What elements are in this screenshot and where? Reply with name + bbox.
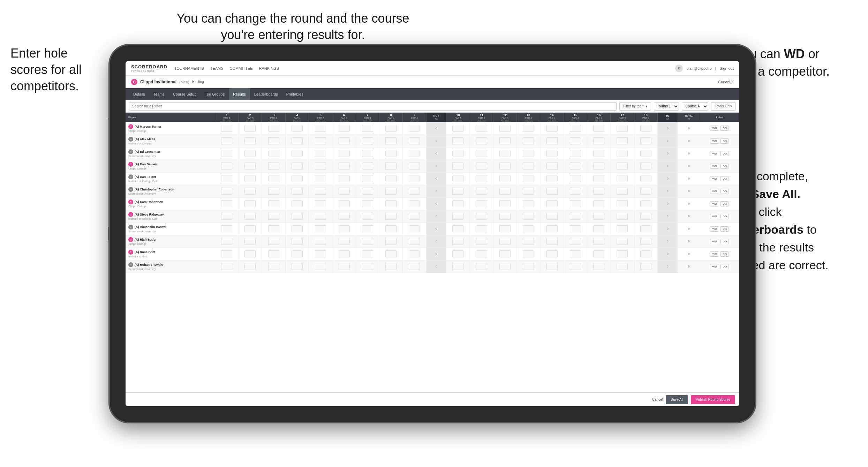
score-input-h12-p7[interactable] xyxy=(499,213,511,220)
score-input-h2-p2[interactable] xyxy=(244,150,256,157)
score-input-h11-p11[interactable] xyxy=(476,263,487,270)
score-input-h14-p10[interactable] xyxy=(546,250,558,257)
score-hole-10-player-4[interactable] xyxy=(446,172,470,185)
score-hole-3-player-7[interactable] xyxy=(262,210,285,223)
score-hole-11-player-7[interactable] xyxy=(470,210,493,223)
dq-button-player-8[interactable]: DQ xyxy=(720,226,729,232)
score-input-h14-p6[interactable] xyxy=(546,200,558,207)
dq-button-player-9[interactable]: DQ xyxy=(720,239,729,244)
score-input-h2-p9[interactable] xyxy=(244,238,256,245)
score-input-h5-p6[interactable] xyxy=(315,200,326,207)
score-hole-17-player-3[interactable] xyxy=(611,160,634,172)
score-input-h14-p4[interactable] xyxy=(546,175,558,182)
score-input-h15-p4[interactable] xyxy=(570,175,581,182)
score-input-h2-p10[interactable] xyxy=(244,250,256,257)
score-hole-7-player-11[interactable] xyxy=(356,260,379,273)
score-input-h1-p5[interactable] xyxy=(221,188,232,195)
score-hole-12-player-10[interactable] xyxy=(493,248,516,260)
score-hole-16-player-10[interactable] xyxy=(587,248,611,260)
score-hole-16-player-5[interactable] xyxy=(587,185,611,197)
score-input-h17-p7[interactable] xyxy=(617,213,628,220)
score-hole-12-player-9[interactable] xyxy=(493,235,516,248)
score-hole-6-player-9[interactable] xyxy=(332,235,356,248)
score-hole-14-player-10[interactable] xyxy=(540,248,564,260)
score-hole-8-player-9[interactable] xyxy=(379,235,402,248)
score-input-h4-p5[interactable] xyxy=(292,188,303,195)
score-hole-2-player-10[interactable] xyxy=(239,248,262,260)
score-hole-7-player-10[interactable] xyxy=(356,248,379,260)
score-input-h6-p5[interactable] xyxy=(339,188,350,195)
score-input-h3-p4[interactable] xyxy=(268,175,279,182)
score-input-h3-p3[interactable] xyxy=(268,163,279,170)
score-input-h8-p2[interactable] xyxy=(385,150,397,157)
score-input-h7-p0[interactable] xyxy=(362,125,373,132)
score-hole-18-player-4[interactable] xyxy=(634,172,657,185)
score-hole-13-player-8[interactable] xyxy=(517,223,540,235)
dq-button-player-4[interactable]: DQ xyxy=(720,176,729,181)
score-hole-13-player-6[interactable] xyxy=(517,197,540,210)
score-hole-3-player-10[interactable] xyxy=(262,248,285,260)
score-input-h18-p9[interactable] xyxy=(640,238,651,245)
score-hole-3-player-11[interactable] xyxy=(262,260,285,273)
score-input-h6-p7[interactable] xyxy=(339,213,350,220)
score-input-h11-p1[interactable] xyxy=(476,137,487,144)
score-hole-17-player-7[interactable] xyxy=(611,210,634,223)
score-input-h9-p0[interactable] xyxy=(409,125,420,132)
score-hole-8-player-1[interactable] xyxy=(379,135,402,147)
score-input-h18-p10[interactable] xyxy=(640,250,651,257)
score-input-h3-p2[interactable] xyxy=(268,150,279,157)
score-input-h12-p2[interactable] xyxy=(499,150,511,157)
score-hole-1-player-9[interactable] xyxy=(215,235,238,248)
score-input-h11-p8[interactable] xyxy=(476,225,487,232)
score-hole-15-player-0[interactable] xyxy=(564,122,587,135)
score-input-h1-p0[interactable] xyxy=(221,125,232,132)
score-hole-6-player-1[interactable] xyxy=(332,135,356,147)
score-input-h4-p10[interactable] xyxy=(292,250,303,257)
score-input-h6-p0[interactable] xyxy=(339,125,350,132)
score-hole-11-player-0[interactable] xyxy=(470,122,493,135)
score-hole-15-player-11[interactable] xyxy=(564,260,587,273)
score-hole-5-player-7[interactable] xyxy=(309,210,332,223)
score-hole-14-player-1[interactable] xyxy=(540,135,564,147)
score-hole-13-player-5[interactable] xyxy=(517,185,540,197)
score-input-h17-p8[interactable] xyxy=(617,225,628,232)
score-input-h2-p7[interactable] xyxy=(244,213,256,220)
score-hole-15-player-10[interactable] xyxy=(564,248,587,260)
score-hole-14-player-11[interactable] xyxy=(540,260,564,273)
totals-only-button[interactable]: Totals Only xyxy=(711,102,736,111)
score-hole-1-player-1[interactable] xyxy=(215,135,238,147)
score-input-h2-p0[interactable] xyxy=(244,125,256,132)
score-input-h14-p11[interactable] xyxy=(546,263,558,270)
score-hole-11-player-6[interactable] xyxy=(470,197,493,210)
score-input-h4-p3[interactable] xyxy=(292,163,303,170)
score-input-h16-p5[interactable] xyxy=(593,188,604,195)
score-hole-3-player-4[interactable] xyxy=(262,172,285,185)
score-hole-4-player-5[interactable] xyxy=(285,185,309,197)
score-hole-17-player-2[interactable] xyxy=(611,147,634,160)
score-input-h9-p1[interactable] xyxy=(409,137,420,144)
score-input-h12-p4[interactable] xyxy=(499,175,511,182)
score-hole-17-player-8[interactable] xyxy=(611,223,634,235)
score-input-h2-p5[interactable] xyxy=(244,188,256,195)
nav-committee[interactable]: COMMITTEE xyxy=(230,66,253,70)
score-input-h6-p11[interactable] xyxy=(339,263,350,270)
score-input-h18-p2[interactable] xyxy=(640,150,651,157)
score-hole-6-player-5[interactable] xyxy=(332,185,356,197)
score-hole-8-player-3[interactable] xyxy=(379,160,402,172)
score-input-h13-p4[interactable] xyxy=(523,175,534,182)
score-hole-5-player-2[interactable] xyxy=(309,147,332,160)
score-input-h13-p6[interactable] xyxy=(523,200,534,207)
score-input-h15-p11[interactable] xyxy=(570,263,581,270)
score-hole-7-player-5[interactable] xyxy=(356,185,379,197)
score-hole-13-player-3[interactable] xyxy=(517,160,540,172)
score-input-h13-p2[interactable] xyxy=(523,150,534,157)
score-input-h16-p9[interactable] xyxy=(593,238,604,245)
score-hole-2-player-4[interactable] xyxy=(239,172,262,185)
score-hole-8-player-5[interactable] xyxy=(379,185,402,197)
score-hole-2-player-0[interactable] xyxy=(239,122,262,135)
score-hole-13-player-7[interactable] xyxy=(517,210,540,223)
score-hole-6-player-3[interactable] xyxy=(332,160,356,172)
score-hole-2-player-11[interactable] xyxy=(239,260,262,273)
score-hole-6-player-8[interactable] xyxy=(332,223,356,235)
score-hole-3-player-9[interactable] xyxy=(262,235,285,248)
